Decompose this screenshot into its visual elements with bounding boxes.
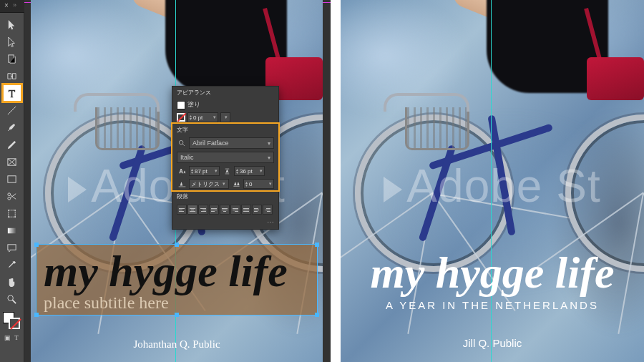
- svg-point-7: [14, 209, 16, 210]
- properties-panel[interactable]: アピアランス 塗り ▴▾ 0 pt ▾ ▾ 文字 Abril: [172, 86, 279, 230]
- stroke-weight-field[interactable]: ▴▾ 0 pt ▾: [187, 112, 218, 122]
- appearance-section-header: アピアランス: [172, 87, 278, 99]
- apply-text-icon[interactable]: T: [12, 332, 21, 343]
- line-tool[interactable]: [3, 102, 21, 119]
- tools-panel: ▣ T: [0, 13, 24, 362]
- svg-point-4: [8, 197, 11, 200]
- font-size-icon: [177, 166, 187, 176]
- character-section: 文字 Abril Fatface▾ Italic▾ ▴▾ 8: [172, 124, 278, 190]
- search-font-icon[interactable]: [177, 138, 187, 148]
- tab-overflow-icon[interactable]: »: [13, 1, 16, 9]
- apply-color-icon[interactable]: ▣: [3, 332, 12, 343]
- svg-rect-10: [8, 228, 16, 233]
- tracking-icon: [231, 179, 241, 189]
- justify-center-button[interactable]: [220, 205, 230, 215]
- author-text: Jill Q. Public: [341, 337, 644, 349]
- direct-selection-tool[interactable]: [3, 33, 21, 50]
- leading-field[interactable]: ▴▾ 36 pt▾: [234, 166, 265, 176]
- svg-point-6: [8, 209, 9, 210]
- rectangle-tool[interactable]: [3, 170, 21, 187]
- svg-point-8: [8, 216, 9, 217]
- align-right-button[interactable]: [198, 205, 208, 215]
- close-tab-button[interactable]: ×: [3, 2, 10, 9]
- svg-rect-11: [8, 244, 16, 250]
- align-left-button[interactable]: [177, 205, 187, 215]
- subtitle-text: A YEAR IN THE NETHERLANDS: [341, 299, 644, 311]
- result-pane: Adobe St my hygge life A YEAR IN THE NET…: [341, 0, 644, 362]
- note-tool[interactable]: [3, 239, 21, 256]
- pencil-tool[interactable]: [3, 136, 21, 153]
- page-tool[interactable]: [3, 50, 21, 67]
- stroke-style-dropdown[interactable]: ▾: [220, 112, 230, 122]
- rectangle-frame-tool[interactable]: [3, 153, 21, 170]
- photo-bicycle: [341, 100, 644, 272]
- align-center-button[interactable]: [187, 205, 197, 215]
- pane-divider: [331, 0, 341, 362]
- svg-rect-5: [9, 210, 15, 216]
- free-transform-tool[interactable]: [3, 205, 21, 222]
- font-family-dropdown[interactable]: Abril Fatface▾: [189, 137, 274, 149]
- svg-point-9: [14, 216, 16, 217]
- fill-color-swatch[interactable]: [177, 101, 185, 109]
- kerning-icon: [177, 179, 187, 189]
- svg-rect-2: [8, 175, 16, 182]
- font-size-field[interactable]: ▴▾ 87 pt▾: [189, 166, 220, 176]
- panel-more-icon[interactable]: ⋯: [267, 218, 274, 226]
- fill-label: 塗り: [187, 100, 200, 109]
- apply-color-row: ▣ T: [3, 332, 21, 343]
- author-text[interactable]: Johanthan Q. Public: [31, 338, 323, 351]
- title-text: my hygge life: [341, 250, 644, 295]
- paragraph-section-header: 段落: [172, 190, 278, 202]
- leading-icon: [222, 166, 232, 176]
- gradient-swatch-tool[interactable]: [3, 222, 21, 239]
- title-text[interactable]: my hygge life: [36, 245, 317, 293]
- font-style-dropdown[interactable]: Italic▾: [177, 152, 274, 163]
- type-tool[interactable]: [3, 84, 21, 102]
- align-toward-spine-button[interactable]: [252, 205, 262, 215]
- scissors-tool[interactable]: [3, 187, 21, 205]
- fill-stroke-swatch[interactable]: [1, 310, 23, 332]
- svg-point-12: [8, 295, 14, 300]
- stroke-swatch-icon: [9, 318, 20, 329]
- eyedropper-tool[interactable]: [3, 256, 21, 273]
- pen-tool[interactable]: [3, 119, 21, 136]
- title-text-frame[interactable]: my hygge life place subtitle here: [36, 245, 317, 315]
- editor-pane: × » ▣: [0, 0, 331, 362]
- selection-tool[interactable]: [3, 16, 21, 33]
- stroke-color-swatch[interactable]: [177, 113, 185, 122]
- justify-left-button[interactable]: [209, 205, 219, 215]
- justify-right-button[interactable]: [230, 205, 240, 215]
- hand-tool[interactable]: [3, 273, 21, 290]
- zoom-tool[interactable]: [3, 290, 21, 308]
- subtitle-placeholder[interactable]: place subtitle here: [36, 293, 317, 313]
- gap-tool[interactable]: [3, 67, 21, 84]
- paragraph-align-row: [172, 202, 278, 217]
- svg-point-13: [179, 140, 183, 145]
- kerning-dropdown[interactable]: メトリクス▾: [189, 179, 229, 189]
- document-tab-strip: × »: [0, 0, 24, 13]
- svg-point-3: [8, 192, 11, 195]
- document-canvas-right: Adobe St my hygge life A YEAR IN THE NET…: [341, 0, 644, 362]
- tracking-field[interactable]: ▴▾ 0▾: [243, 179, 274, 189]
- justify-all-button[interactable]: [241, 205, 251, 215]
- character-section-header: 文字: [172, 124, 278, 136]
- align-away-spine-button[interactable]: [263, 205, 273, 215]
